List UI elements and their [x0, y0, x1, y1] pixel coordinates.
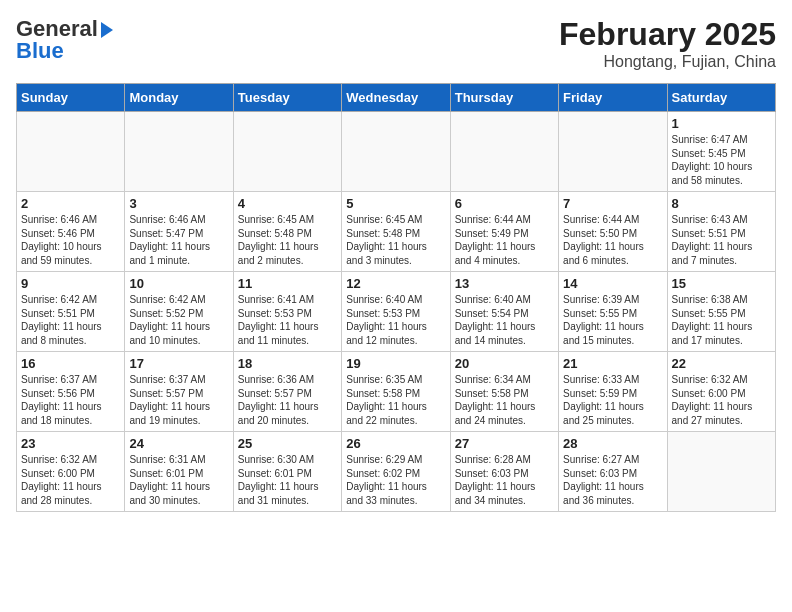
calendar-week-row: 23Sunrise: 6:32 AM Sunset: 6:00 PM Dayli…: [17, 432, 776, 512]
calendar-week-row: 9Sunrise: 6:42 AM Sunset: 5:51 PM Daylig…: [17, 272, 776, 352]
day-number: 16: [21, 356, 120, 371]
table-row: 11Sunrise: 6:41 AM Sunset: 5:53 PM Dayli…: [233, 272, 341, 352]
day-number: 2: [21, 196, 120, 211]
logo: General Blue: [16, 16, 113, 64]
table-row: 21Sunrise: 6:33 AM Sunset: 5:59 PM Dayli…: [559, 352, 667, 432]
calendar-header-row: Sunday Monday Tuesday Wednesday Thursday…: [17, 84, 776, 112]
table-row: 26Sunrise: 6:29 AM Sunset: 6:02 PM Dayli…: [342, 432, 450, 512]
table-row: 3Sunrise: 6:46 AM Sunset: 5:47 PM Daylig…: [125, 192, 233, 272]
table-row: 8Sunrise: 6:43 AM Sunset: 5:51 PM Daylig…: [667, 192, 775, 272]
cell-info: Sunrise: 6:34 AM Sunset: 5:58 PM Dayligh…: [455, 373, 554, 427]
table-row: [559, 112, 667, 192]
cell-info: Sunrise: 6:35 AM Sunset: 5:58 PM Dayligh…: [346, 373, 445, 427]
day-number: 22: [672, 356, 771, 371]
day-number: 7: [563, 196, 662, 211]
day-number: 18: [238, 356, 337, 371]
table-row: 15Sunrise: 6:38 AM Sunset: 5:55 PM Dayli…: [667, 272, 775, 352]
day-number: 24: [129, 436, 228, 451]
day-number: 11: [238, 276, 337, 291]
day-number: 8: [672, 196, 771, 211]
day-number: 28: [563, 436, 662, 451]
table-row: [125, 112, 233, 192]
cell-info: Sunrise: 6:40 AM Sunset: 5:54 PM Dayligh…: [455, 293, 554, 347]
cell-info: Sunrise: 6:32 AM Sunset: 6:00 PM Dayligh…: [672, 373, 771, 427]
cell-info: Sunrise: 6:45 AM Sunset: 5:48 PM Dayligh…: [346, 213, 445, 267]
col-sunday: Sunday: [17, 84, 125, 112]
cell-info: Sunrise: 6:28 AM Sunset: 6:03 PM Dayligh…: [455, 453, 554, 507]
day-number: 15: [672, 276, 771, 291]
cell-info: Sunrise: 6:29 AM Sunset: 6:02 PM Dayligh…: [346, 453, 445, 507]
calendar-week-row: 2Sunrise: 6:46 AM Sunset: 5:46 PM Daylig…: [17, 192, 776, 272]
day-number: 20: [455, 356, 554, 371]
table-row: 14Sunrise: 6:39 AM Sunset: 5:55 PM Dayli…: [559, 272, 667, 352]
day-number: 26: [346, 436, 445, 451]
table-row: 17Sunrise: 6:37 AM Sunset: 5:57 PM Dayli…: [125, 352, 233, 432]
page-header: General Blue February 2025 Hongtang, Fuj…: [16, 16, 776, 71]
cell-info: Sunrise: 6:37 AM Sunset: 5:56 PM Dayligh…: [21, 373, 120, 427]
day-number: 25: [238, 436, 337, 451]
calendar-week-row: 16Sunrise: 6:37 AM Sunset: 5:56 PM Dayli…: [17, 352, 776, 432]
col-monday: Monday: [125, 84, 233, 112]
cell-info: Sunrise: 6:41 AM Sunset: 5:53 PM Dayligh…: [238, 293, 337, 347]
col-thursday: Thursday: [450, 84, 558, 112]
cell-info: Sunrise: 6:31 AM Sunset: 6:01 PM Dayligh…: [129, 453, 228, 507]
cell-info: Sunrise: 6:42 AM Sunset: 5:52 PM Dayligh…: [129, 293, 228, 347]
cell-info: Sunrise: 6:39 AM Sunset: 5:55 PM Dayligh…: [563, 293, 662, 347]
cell-info: Sunrise: 6:33 AM Sunset: 5:59 PM Dayligh…: [563, 373, 662, 427]
day-number: 10: [129, 276, 228, 291]
day-number: 3: [129, 196, 228, 211]
calendar-table: Sunday Monday Tuesday Wednesday Thursday…: [16, 83, 776, 512]
table-row: [342, 112, 450, 192]
cell-info: Sunrise: 6:27 AM Sunset: 6:03 PM Dayligh…: [563, 453, 662, 507]
cell-info: Sunrise: 6:37 AM Sunset: 5:57 PM Dayligh…: [129, 373, 228, 427]
cell-info: Sunrise: 6:44 AM Sunset: 5:49 PM Dayligh…: [455, 213, 554, 267]
page-title: February 2025: [559, 16, 776, 53]
day-number: 23: [21, 436, 120, 451]
day-number: 19: [346, 356, 445, 371]
table-row: 18Sunrise: 6:36 AM Sunset: 5:57 PM Dayli…: [233, 352, 341, 432]
day-number: 17: [129, 356, 228, 371]
table-row: 2Sunrise: 6:46 AM Sunset: 5:46 PM Daylig…: [17, 192, 125, 272]
table-row: 28Sunrise: 6:27 AM Sunset: 6:03 PM Dayli…: [559, 432, 667, 512]
day-number: 12: [346, 276, 445, 291]
table-row: 20Sunrise: 6:34 AM Sunset: 5:58 PM Dayli…: [450, 352, 558, 432]
col-wednesday: Wednesday: [342, 84, 450, 112]
cell-info: Sunrise: 6:42 AM Sunset: 5:51 PM Dayligh…: [21, 293, 120, 347]
table-row: 23Sunrise: 6:32 AM Sunset: 6:00 PM Dayli…: [17, 432, 125, 512]
cell-info: Sunrise: 6:47 AM Sunset: 5:45 PM Dayligh…: [672, 133, 771, 187]
cell-info: Sunrise: 6:46 AM Sunset: 5:47 PM Dayligh…: [129, 213, 228, 267]
table-row: 19Sunrise: 6:35 AM Sunset: 5:58 PM Dayli…: [342, 352, 450, 432]
table-row: 5Sunrise: 6:45 AM Sunset: 5:48 PM Daylig…: [342, 192, 450, 272]
cell-info: Sunrise: 6:43 AM Sunset: 5:51 PM Dayligh…: [672, 213, 771, 267]
day-number: 14: [563, 276, 662, 291]
cell-info: Sunrise: 6:46 AM Sunset: 5:46 PM Dayligh…: [21, 213, 120, 267]
table-row: [667, 432, 775, 512]
table-row: [233, 112, 341, 192]
title-block: February 2025 Hongtang, Fujian, China: [559, 16, 776, 71]
table-row: 25Sunrise: 6:30 AM Sunset: 6:01 PM Dayli…: [233, 432, 341, 512]
day-number: 6: [455, 196, 554, 211]
day-number: 21: [563, 356, 662, 371]
cell-info: Sunrise: 6:32 AM Sunset: 6:00 PM Dayligh…: [21, 453, 120, 507]
day-number: 1: [672, 116, 771, 131]
table-row: [17, 112, 125, 192]
table-row: 13Sunrise: 6:40 AM Sunset: 5:54 PM Dayli…: [450, 272, 558, 352]
day-number: 5: [346, 196, 445, 211]
col-saturday: Saturday: [667, 84, 775, 112]
calendar-week-row: 1Sunrise: 6:47 AM Sunset: 5:45 PM Daylig…: [17, 112, 776, 192]
cell-info: Sunrise: 6:36 AM Sunset: 5:57 PM Dayligh…: [238, 373, 337, 427]
day-number: 27: [455, 436, 554, 451]
table-row: 22Sunrise: 6:32 AM Sunset: 6:00 PM Dayli…: [667, 352, 775, 432]
table-row: [450, 112, 558, 192]
day-number: 4: [238, 196, 337, 211]
table-row: 27Sunrise: 6:28 AM Sunset: 6:03 PM Dayli…: [450, 432, 558, 512]
table-row: 1Sunrise: 6:47 AM Sunset: 5:45 PM Daylig…: [667, 112, 775, 192]
day-number: 9: [21, 276, 120, 291]
table-row: 4Sunrise: 6:45 AM Sunset: 5:48 PM Daylig…: [233, 192, 341, 272]
cell-info: Sunrise: 6:40 AM Sunset: 5:53 PM Dayligh…: [346, 293, 445, 347]
page-subtitle: Hongtang, Fujian, China: [559, 53, 776, 71]
table-row: 7Sunrise: 6:44 AM Sunset: 5:50 PM Daylig…: [559, 192, 667, 272]
col-friday: Friday: [559, 84, 667, 112]
table-row: 10Sunrise: 6:42 AM Sunset: 5:52 PM Dayli…: [125, 272, 233, 352]
col-tuesday: Tuesday: [233, 84, 341, 112]
